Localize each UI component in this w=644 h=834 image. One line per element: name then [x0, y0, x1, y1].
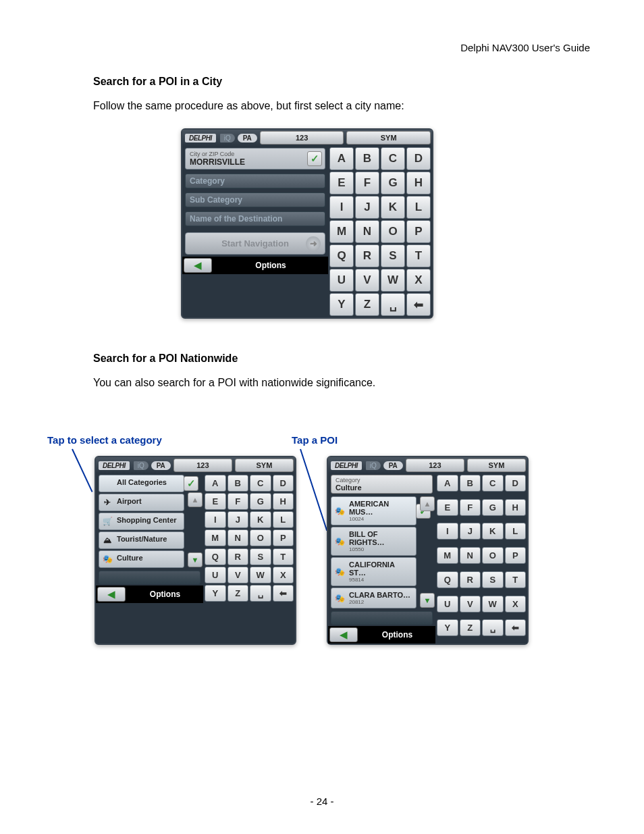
key-b[interactable]: B — [355, 147, 379, 170]
key-a[interactable]: A — [329, 147, 354, 170]
category-item[interactable]: 🎭Culture — [99, 550, 184, 568]
key-g[interactable]: G — [250, 493, 271, 510]
key-n[interactable]: N — [460, 547, 481, 564]
key-j[interactable]: J — [227, 511, 249, 528]
category-item[interactable]: All Categories✓ — [99, 475, 184, 492]
key-a[interactable]: A — [205, 475, 226, 492]
key-x[interactable]: X — [406, 269, 431, 292]
key-t[interactable]: T — [505, 571, 527, 588]
key-s[interactable]: S — [482, 571, 504, 588]
key-⬅[interactable]: ⬅ — [273, 585, 294, 602]
key-i[interactable]: I — [437, 523, 458, 540]
category-item[interactable]: ✈Airport — [99, 494, 184, 511]
options-button[interactable]: Options — [213, 257, 328, 274]
key-m[interactable]: M — [329, 220, 354, 243]
key-l[interactable]: L — [505, 523, 527, 540]
key-k[interactable]: K — [250, 511, 271, 528]
back-button[interactable]: ◀ — [97, 587, 126, 602]
options-button[interactable]: Options — [127, 585, 203, 603]
key-c[interactable]: C — [381, 147, 405, 170]
key-s[interactable]: S — [381, 244, 405, 267]
poi-item[interactable]: 🎭CALIFORNIA ST…95814 — [331, 557, 417, 586]
poi-item[interactable]: 🎭CLARA BARTO…20812 — [331, 588, 417, 608]
key-l[interactable]: L — [406, 196, 431, 219]
key-d[interactable]: D — [273, 475, 294, 492]
key-e[interactable]: E — [437, 499, 458, 516]
key-l[interactable]: L — [273, 511, 294, 528]
key-h[interactable]: H — [505, 499, 527, 516]
key-z[interactable]: Z — [227, 585, 249, 602]
key-p[interactable]: P — [505, 547, 527, 564]
key-d[interactable]: D — [406, 147, 431, 170]
key-f[interactable]: F — [460, 499, 481, 516]
key-a[interactable]: A — [437, 475, 458, 492]
key-␣[interactable]: ␣ — [381, 293, 405, 316]
key-b[interactable]: B — [227, 475, 249, 492]
scroll-up-icon[interactable]: ▲ — [188, 492, 203, 507]
key-j[interactable]: J — [355, 196, 379, 219]
key-y[interactable]: Y — [329, 293, 354, 316]
options-button[interactable]: Options — [359, 626, 435, 644]
key-u[interactable]: U — [329, 269, 354, 292]
key-h[interactable]: H — [273, 493, 294, 510]
tab-sym[interactable]: SYM — [346, 131, 431, 145]
tab-123[interactable]: 123 — [260, 131, 344, 145]
key-d[interactable]: D — [505, 475, 527, 492]
key-k[interactable]: K — [381, 196, 405, 219]
key-x[interactable]: X — [505, 596, 527, 613]
key-u[interactable]: U — [205, 567, 226, 583]
check-icon[interactable]: ✓ — [307, 151, 322, 166]
key-␣[interactable]: ␣ — [250, 585, 271, 602]
key-z[interactable]: Z — [460, 619, 481, 636]
tab-sym[interactable]: SYM — [467, 459, 526, 472]
key-m[interactable]: M — [437, 547, 458, 564]
key-p[interactable]: P — [406, 220, 431, 243]
key-p[interactable]: P — [273, 529, 294, 546]
scroll-down-icon[interactable]: ▼ — [420, 593, 435, 608]
key-g[interactable]: G — [381, 172, 405, 194]
key-y[interactable]: Y — [437, 619, 458, 636]
key-w[interactable]: W — [381, 269, 405, 292]
key-r[interactable]: R — [355, 244, 379, 267]
key-⬅[interactable]: ⬅ — [505, 619, 527, 636]
pa-badge[interactable]: PA — [383, 461, 403, 470]
key-w[interactable]: W — [250, 567, 271, 583]
key-y[interactable]: Y — [205, 585, 226, 602]
key-o[interactable]: O — [250, 529, 271, 546]
key-e[interactable]: E — [329, 172, 354, 194]
key-w[interactable]: W — [482, 596, 504, 613]
key-f[interactable]: F — [355, 172, 379, 194]
key-q[interactable]: Q — [205, 548, 226, 565]
key-o[interactable]: O — [482, 547, 504, 564]
key-e[interactable]: E — [205, 493, 226, 510]
key-v[interactable]: V — [460, 596, 481, 613]
back-button[interactable]: ◀ — [329, 627, 358, 642]
category-item[interactable]: ⛰Tourist/Nature — [99, 531, 184, 549]
category-item[interactable]: 🛒Shopping Center — [99, 513, 184, 530]
key-i[interactable]: I — [205, 511, 226, 528]
check-icon[interactable]: ✓ — [184, 476, 198, 491]
key-t[interactable]: T — [406, 244, 431, 267]
key-h[interactable]: H — [406, 172, 431, 194]
key-f[interactable]: F — [227, 493, 249, 510]
key-u[interactable]: U — [437, 596, 458, 613]
tab-123[interactable]: 123 — [173, 459, 232, 472]
key-v[interactable]: V — [355, 269, 379, 292]
key-⬅[interactable]: ⬅ — [406, 293, 431, 316]
key-k[interactable]: K — [482, 523, 504, 540]
key-i[interactable]: I — [329, 196, 354, 219]
key-t[interactable]: T — [273, 548, 294, 565]
key-r[interactable]: R — [460, 571, 481, 588]
scroll-up-icon[interactable]: ▲ — [420, 496, 435, 511]
key-n[interactable]: N — [355, 220, 379, 243]
key-r[interactable]: R — [227, 548, 249, 565]
city-field[interactable]: City or ZIP Code MORRISVILLE ✓ — [185, 148, 325, 170]
poi-item[interactable]: 🎭BILL OF RIGHTS…10550 — [331, 527, 417, 556]
key-q[interactable]: Q — [329, 244, 354, 267]
key-x[interactable]: X — [273, 567, 294, 583]
key-s[interactable]: S — [250, 548, 271, 565]
key-n[interactable]: N — [227, 529, 249, 546]
key-g[interactable]: G — [482, 499, 504, 516]
pa-badge[interactable]: PA — [238, 134, 257, 142]
key-q[interactable]: Q — [437, 571, 458, 588]
